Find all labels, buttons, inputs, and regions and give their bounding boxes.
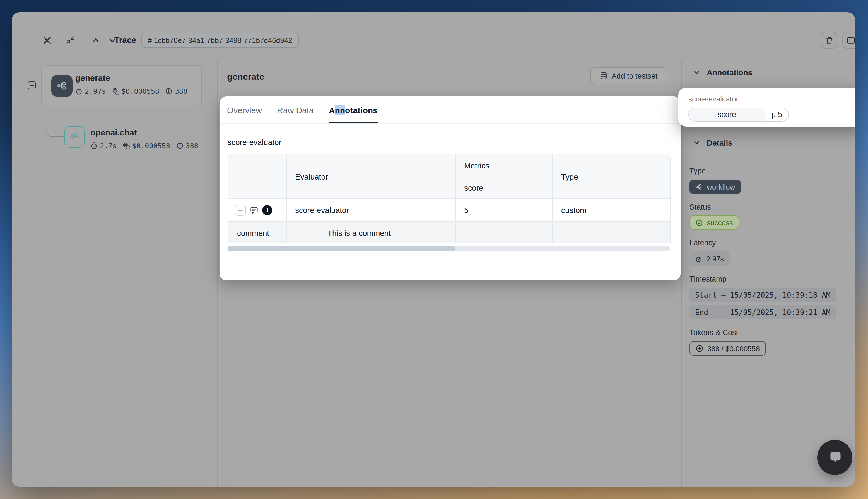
comment-divider [318,222,319,243]
text-selection-highlight: nn [335,105,345,114]
comment-value: This is a comment [327,222,391,243]
comment-count-badge: 1 [262,205,272,215]
span-title: generate [227,72,264,82]
timestamp-end-badge: End — 15/05/2025, 10:39:21 AM [689,305,836,319]
stopwatch-icon [91,142,98,149]
add-to-testset-button[interactable]: Add to testset [590,68,667,84]
panel-layout-icon [846,36,855,44]
collapse-icon [66,36,75,45]
workflow-icon [51,75,73,97]
chevron-up-icon [91,36,99,44]
column-divider [455,155,456,243]
tree-collapse-toggle[interactable] [28,82,36,89]
tab-overview[interactable]: Overview [227,96,262,123]
scrollbar-thumb[interactable] [228,246,455,252]
cell-evaluator: score-evaluator [295,199,349,221]
node-title: generate [75,73,110,83]
cell-score: 5 [464,199,469,221]
horizontal-scrollbar[interactable] [228,246,670,252]
status-label: Status [689,203,711,211]
metric-value: μ 5 [765,108,788,121]
tokens-icon [176,142,183,149]
status-badge: success [689,215,739,230]
chevron-down-icon [694,69,700,76]
support-chat-button[interactable] [817,440,852,475]
column-header-metric-score: score [464,177,483,199]
minus-icon [30,85,34,86]
column-header-metrics: Metrics [464,155,489,177]
metrics-subdivider [455,177,552,177]
trash-icon [825,36,833,44]
database-icon [600,72,607,80]
tab-raw-data[interactable]: Raw Data [277,96,314,123]
node-metrics: 2.7s $0.000558 388 [91,142,198,150]
coins-icon [112,87,119,95]
type-label: Type [689,167,706,175]
trace-node-openai-chat[interactable]: openai.chat [91,128,137,137]
sidebar-divider [217,61,218,487]
close-icon [43,36,51,44]
plus-circle-icon [696,344,703,352]
minus-icon [238,207,243,213]
latency-badge: 2.97s [689,252,730,266]
timestamp-label: Timestamp [689,275,726,283]
tab-annotations[interactable]: Annotations [329,96,378,123]
type-badge: workflow [689,180,740,194]
annotations-section-header[interactable]: Annotations [694,68,752,77]
trace-title: Trace [114,35,136,45]
tokens-cost-badge: 388 / $0.000558 [689,341,766,356]
details-section-header[interactable]: Details [694,138,733,147]
annotation-score-pill[interactable]: score μ 5 [688,108,789,122]
coins-icon [123,142,130,149]
column-divider [667,155,667,243]
annotation-evaluator-label: score-evaluator [688,95,738,103]
workflow-icon [695,183,703,191]
metric-name[interactable]: score [689,108,765,121]
chat-bubble-icon [825,448,844,467]
node-metrics: 2.97s $0.000558 388 [75,87,188,95]
annotations-table: Evaluator Metrics score Type 1 [228,154,671,243]
tokens-cost-label: Tokens & Cost [689,328,738,337]
collapse-row-button[interactable] [235,205,246,216]
column-divider [286,155,287,243]
prev-trace-button[interactable] [87,32,104,49]
details-divider [681,153,855,153]
annotation-popup-card: score-evaluator score μ 5 [678,87,855,126]
comment-icon[interactable] [250,206,258,215]
stopwatch-icon [695,255,702,262]
check-circle-icon [696,219,703,226]
comment-label: comment [237,222,269,243]
trace-id-badge[interactable]: # 1cbb70e7-34a1-7bb7-3498-771b7d46d942 [141,33,299,48]
tree-connector [46,107,64,137]
trace-modal: Trace # 1cbb70e7-34a1-7bb7-3498-771b7d46… [12,12,855,487]
chevron-down-icon [694,139,700,146]
latency-label: Latency [689,239,716,247]
evaluator-section-title: score-evaluator [228,138,281,147]
active-tab-underline [329,122,378,123]
column-header-type: Type [561,155,578,199]
close-button[interactable] [38,32,55,49]
toggle-sidebar-button[interactable] [842,32,855,49]
tokens-icon [165,87,173,95]
span-detail-panel: Overview Raw Data Annotations score-eval… [220,96,680,280]
sparkles-icon [64,126,85,148]
delete-trace-button[interactable] [821,32,837,49]
collapse-view-button[interactable] [62,32,79,49]
column-header-evaluator: Evaluator [295,155,328,199]
cell-type: custom [561,199,586,221]
comment-row: comment This is a comment [228,221,670,243]
table-row[interactable]: 1 score-evaluator 5 custom [228,199,670,221]
column-divider [552,155,553,243]
stopwatch-icon [75,87,83,95]
timestamp-start-badge: Start — 15/05/2025, 10:39:18 AM [689,288,836,302]
tab-bar: Overview Raw Data Annotations [220,96,680,124]
trace-node-generate[interactable]: generate 2.97s $0.000558 388 [41,65,202,107]
table-header: Evaluator Metrics score Type [228,155,670,199]
app-background: Trace # 1cbb70e7-34a1-7bb7-3498-771b7d46… [0,0,868,499]
